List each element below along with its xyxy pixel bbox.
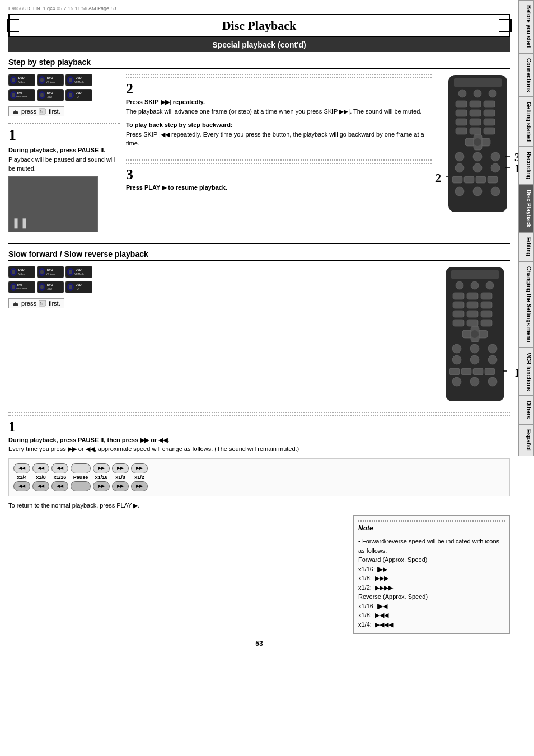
note-title: Note <box>358 520 505 534</box>
section1-right: 3 1 2 <box>437 74 510 235</box>
dvd-icon2-plusrw: DVD +RW <box>37 281 64 293</box>
svg-rect-63 <box>464 176 474 183</box>
svg-rect-48 <box>470 119 481 125</box>
section1-middle: 2 Press SKIP ▶▶| repeatedly. The playbac… <box>126 74 432 235</box>
svg-text:VR Mode: VR Mode <box>74 81 85 83</box>
svg-point-94 <box>40 285 44 289</box>
step2-bold: Press SKIP ▶▶| repeatedly. <box>126 98 205 105</box>
dvd-icons-row2: DVD Video Mode DVD +RW <box>8 89 120 101</box>
remote-control-2 <box>443 266 507 406</box>
note-items: Forward (Approx. Speed) x1/16: |▶▶ x1/8:… <box>358 555 505 629</box>
step2-content: Press SKIP ▶▶| repeatedly. The playback … <box>126 97 432 116</box>
speed-btn-x1-8-ff-b: ▶▶ <box>112 481 129 491</box>
section2-step1-content: During playback, press PAUSE II, then pr… <box>8 435 510 454</box>
bottom-left-spacer <box>8 515 342 634</box>
speed-btn-x1-8: ◀◀ <box>32 463 49 473</box>
svg-rect-114 <box>467 293 478 299</box>
svg-rect-122 <box>453 320 464 326</box>
svg-point-27 <box>69 93 72 97</box>
speed-label-x1-8-ff: x1/8 <box>115 475 125 480</box>
section2-title: Slow forward / Slow reverse playback <box>8 250 510 261</box>
note-item-r-x1-16: x1/16: |▶◀ <box>358 602 505 611</box>
tab-others[interactable]: Others <box>518 396 534 424</box>
tab-connections[interactable]: Connections <box>518 53 534 97</box>
tab-before-you-start[interactable]: Before you start <box>518 0 534 53</box>
section1-title: Step by step playback <box>8 58 510 69</box>
speed-btn-x1-8-ff: ▶▶ <box>112 463 129 473</box>
badge-2: 2 <box>435 172 441 185</box>
svg-rect-64 <box>476 176 486 183</box>
section-separator <box>8 243 510 244</box>
svg-point-2 <box>12 78 15 82</box>
svg-point-39 <box>474 90 481 97</box>
svg-text:+RW: +RW <box>47 288 52 290</box>
step2-num: 2 <box>126 77 432 97</box>
speed-x1-2: ▶▶ x1/2 ▶▶ <box>131 463 148 491</box>
svg-rect-49 <box>484 119 495 125</box>
dvd-icon2-plusr: DVD +R <box>65 281 92 293</box>
speed-label-x1-16-ff: x1/16 <box>95 475 108 480</box>
svg-point-111 <box>471 281 479 289</box>
tab-espanol[interactable]: Español <box>518 424 534 456</box>
svg-rect-118 <box>481 302 492 308</box>
svg-point-74 <box>12 270 15 274</box>
svg-text:DVD: DVD <box>18 268 25 271</box>
svg-point-40 <box>489 90 496 97</box>
svg-text:DVD: DVD <box>76 283 82 287</box>
press-first-box-2: press fn first. <box>8 298 64 308</box>
svg-rect-135 <box>461 368 471 375</box>
svg-text:+R: +R <box>77 288 79 290</box>
speed-btn-x1-4: ◀◀ <box>13 463 30 473</box>
svg-rect-134 <box>449 368 460 375</box>
svg-point-61 <box>491 163 500 172</box>
svg-rect-50 <box>456 128 467 134</box>
svg-text:Video: Video <box>18 81 25 83</box>
svg-point-56 <box>455 152 464 161</box>
speed-btn-x1-16-b: ◀◀ <box>51 481 68 491</box>
dvd-icon2-video: DVD Video <box>8 266 35 278</box>
svg-point-110 <box>456 281 463 289</box>
svg-point-7 <box>40 78 44 82</box>
svg-point-79 <box>40 270 44 274</box>
svg-point-66 <box>455 187 464 196</box>
section2-step1-num: 1 <box>8 415 510 435</box>
svg-rect-42 <box>470 101 481 107</box>
svg-rect-120 <box>467 311 478 317</box>
svg-rect-137 <box>485 368 495 375</box>
tab-disc-playback[interactable]: Disc Playback <box>518 185 534 232</box>
svg-text:DVD: DVD <box>18 76 25 79</box>
svg-text:Video Mode: Video Mode <box>16 288 27 290</box>
main-title-box: Disc Playback <box>8 14 510 37</box>
step3-num: 3 <box>126 163 432 183</box>
step1-content: During playback, press PAUSE II. Playbac… <box>8 145 120 173</box>
svg-rect-124 <box>481 320 492 326</box>
note-item-x1-16: x1/16: |▶▶ <box>358 565 505 574</box>
dvd-icon-video: DVD Video <box>8 74 35 86</box>
note-bullet: • Forward/reverse speed will be indicate… <box>358 537 505 555</box>
svg-text:VR Mode: VR Mode <box>46 273 56 275</box>
svg-rect-109 <box>451 270 499 279</box>
tab-editing[interactable]: Editing <box>518 232 534 261</box>
speed-btn-x1-2: ▶▶ <box>131 463 148 473</box>
svg-rect-104 <box>16 303 17 306</box>
svg-point-60 <box>473 163 482 172</box>
press-first-text: press <box>21 108 36 115</box>
dvd-icon-rw: DVD VR Mode <box>37 74 64 86</box>
tab-settings[interactable]: Changing the Settings menu <box>518 261 534 348</box>
main-title: Disc Playback <box>222 18 297 32</box>
bottom-section: Note • Forward/reverse speed will be ind… <box>8 515 510 634</box>
section1-layout: DVD Video DVD VR Mode <box>8 74 510 235</box>
speed-x1-8-ff: ▶▶ x1/8 ▶▶ <box>112 463 129 491</box>
svg-point-38 <box>458 90 466 97</box>
svg-text:fn: fn <box>40 302 43 306</box>
dvd-icons2-row1: DVD Video DVD VR Mode <box>8 266 92 278</box>
dvd-icons2-row2: DVD Video Mode DVD +RW <box>8 281 92 293</box>
tab-vcr-functions[interactable]: VCR functions <box>518 348 534 396</box>
tab-recording[interactable]: Recording <box>518 147 534 184</box>
step2-sub-bold: To play back step by step backward: <box>126 121 233 128</box>
note-item-x1-8: x1/8: |▶▶▶ <box>358 574 505 583</box>
tab-getting-started[interactable]: Getting started <box>518 97 534 147</box>
svg-rect-113 <box>453 293 464 299</box>
svg-rect-45 <box>470 110 481 116</box>
step3-bold: Press PLAY ▶ to resume playback. <box>126 184 227 191</box>
